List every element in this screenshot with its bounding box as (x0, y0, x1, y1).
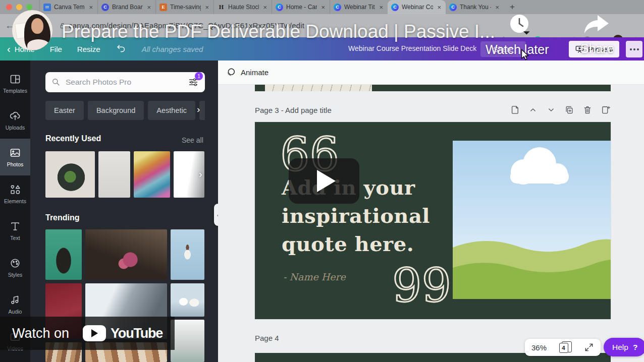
photo-thumbnail[interactable] (171, 229, 204, 280)
resize-button[interactable]: Resize (77, 45, 100, 53)
photo-thumbnail[interactable] (45, 229, 82, 280)
sidebar-item-styles[interactable]: Styles (0, 249, 30, 286)
help-button[interactable]: Help ? (604, 338, 644, 356)
photo-thumbnail[interactable] (134, 151, 170, 198)
animate-button[interactable]: Animate (225, 67, 269, 78)
close-tab-icon[interactable]: × (378, 4, 384, 11)
browser-tab[interactable]: C Brand Board × (97, 0, 155, 14)
canva-icon: C (391, 4, 399, 11)
close-tab-icon[interactable]: × (436, 4, 442, 11)
add-notes-icon[interactable] (510, 105, 520, 115)
browser-tab-bar: Canva Templ × C Brand Board × E Time-sav… (0, 0, 644, 14)
animate-icon (225, 67, 236, 78)
photo-thumbnail[interactable] (98, 151, 130, 198)
zoom-level[interactable]: 36% (531, 343, 547, 352)
canva-icon: C (449, 4, 457, 11)
close-window-button[interactable] (6, 4, 12, 10)
mouse-cursor (519, 48, 530, 61)
browser-tab[interactable]: C Thank You - × (446, 0, 504, 14)
photo-thumbnail[interactable] (85, 229, 167, 280)
close-tab-icon[interactable]: × (320, 4, 326, 11)
brand-board-icon: C (101, 4, 109, 11)
youtube-logo[interactable]: YouTube (83, 325, 163, 341)
close-tab-icon[interactable]: × (146, 4, 152, 11)
sidebar-item-templates[interactable]: Templates (0, 65, 30, 102)
zoom-controls: 36% 4 (525, 339, 601, 356)
suggestion-chip[interactable]: Background (88, 101, 144, 120)
filter-icon[interactable]: 1 (187, 76, 199, 88)
app-root: Canva Templ × C Brand Board × E Time-sav… (0, 0, 644, 362)
browser-tab[interactable]: C Home - Canv × (272, 0, 330, 14)
add-page-icon[interactable] (601, 105, 611, 115)
watch-on-youtube-bar[interactable]: Watch on YouTube (0, 317, 175, 350)
chevron-left-icon: ‹ (7, 44, 11, 54)
browser-tab[interactable]: H Haute Stock × (213, 0, 272, 14)
suggestion-chip[interactable]: Easter (45, 101, 84, 120)
photo-thumbnail[interactable] (171, 320, 204, 362)
photo-thumbnail[interactable] (45, 151, 95, 198)
channel-avatar[interactable] (12, 10, 52, 50)
photo-thumbnail[interactable] (171, 283, 204, 317)
share-label[interactable]: Share (580, 41, 614, 56)
canvas-toolbar: Animate (218, 61, 644, 85)
move-page-up-icon[interactable] (528, 105, 538, 115)
suggestion-chip[interactable]: Easter (199, 101, 205, 120)
browser-tab[interactable]: C Webinar Title × (330, 0, 388, 14)
landscape-illustration[interactable] (453, 141, 611, 299)
photo-search-box: 1 (45, 72, 205, 92)
more-options-button[interactable] (626, 41, 642, 57)
page-3-slide[interactable]: 66 Add in your inspirational quote here.… (255, 122, 611, 319)
page-count-icon[interactable]: 4 (559, 341, 572, 353)
close-quote-icon: 99 (391, 261, 457, 312)
document-title[interactable]: Webinar Course Presentation Slide Deck (348, 44, 476, 52)
fullscreen-icon[interactable] (584, 342, 594, 352)
search-suggestion-chips: Easter Background Aesthetic Easter (45, 101, 205, 120)
svg-text:99: 99 (392, 261, 451, 312)
search-input[interactable] (66, 78, 183, 87)
watch-later-icon[interactable] (510, 15, 528, 33)
sidebar-item-photos[interactable]: Photos (0, 139, 30, 175)
filter-count-badge: 1 (195, 72, 203, 80)
page-3-header: Page 3 - Add page title (255, 106, 611, 118)
etsy-icon: E (159, 4, 167, 11)
browser-tab[interactable]: E Time-saving × (155, 0, 213, 14)
browser-tab[interactable]: Canva Templ × (39, 0, 97, 14)
thumbnails-scroll-right-icon[interactable]: › (199, 168, 202, 180)
suggestion-chip[interactable]: Aesthetic (148, 101, 195, 120)
close-tab-icon[interactable]: × (204, 4, 210, 11)
page-2-bottom-edge[interactable] (255, 85, 611, 91)
zoom-window-button[interactable] (26, 4, 32, 10)
move-page-down-icon[interactable] (546, 105, 556, 115)
new-tab-button[interactable]: + (504, 0, 521, 14)
autosave-status: All changes saved (142, 45, 203, 53)
minimize-window-button[interactable] (16, 4, 22, 10)
delete-page-icon[interactable] (582, 105, 593, 115)
recently-used-title: Recently Used (45, 134, 101, 143)
close-tab-icon[interactable]: × (262, 4, 268, 11)
undo-icon[interactable] (116, 43, 127, 55)
sidebar-item-uploads[interactable]: Uploads (0, 102, 30, 139)
page-3-title[interactable]: Page 3 - Add page title (255, 106, 332, 114)
browser-tab-active[interactable]: C Webinar Cou × (388, 0, 446, 14)
close-tab-icon[interactable]: × (88, 4, 94, 11)
sidebar-item-elements[interactable]: Elements (0, 175, 30, 212)
canva-icon: C (334, 4, 341, 11)
sidebar-item-text[interactable]: Text (0, 212, 30, 249)
slide-attribution-text[interactable]: - Name Here (283, 271, 346, 282)
watch-later-label[interactable]: Watch later (486, 42, 549, 57)
page-4-title[interactable]: Page 4 (255, 334, 279, 342)
search-icon (51, 77, 61, 87)
see-all-link[interactable]: See all (182, 136, 203, 144)
docs-icon (43, 4, 51, 11)
close-tab-icon[interactable]: × (494, 4, 500, 11)
video-play-button[interactable] (289, 158, 359, 204)
duplicate-page-icon[interactable] (564, 105, 574, 115)
file-menu-button[interactable]: File (50, 45, 62, 53)
canva-icon: C (276, 4, 283, 11)
haute-stock-icon: H (218, 4, 225, 11)
design-canvas: Animate Page 3 - Add page title 66 Add i… (218, 61, 644, 362)
video-title[interactable]: Prepare the PDF Deliverable Download | P… (62, 21, 495, 42)
share-arrow-icon[interactable] (581, 13, 612, 35)
chips-scroll-right-icon[interactable]: › (197, 104, 200, 115)
trending-title: Trending (45, 213, 80, 222)
